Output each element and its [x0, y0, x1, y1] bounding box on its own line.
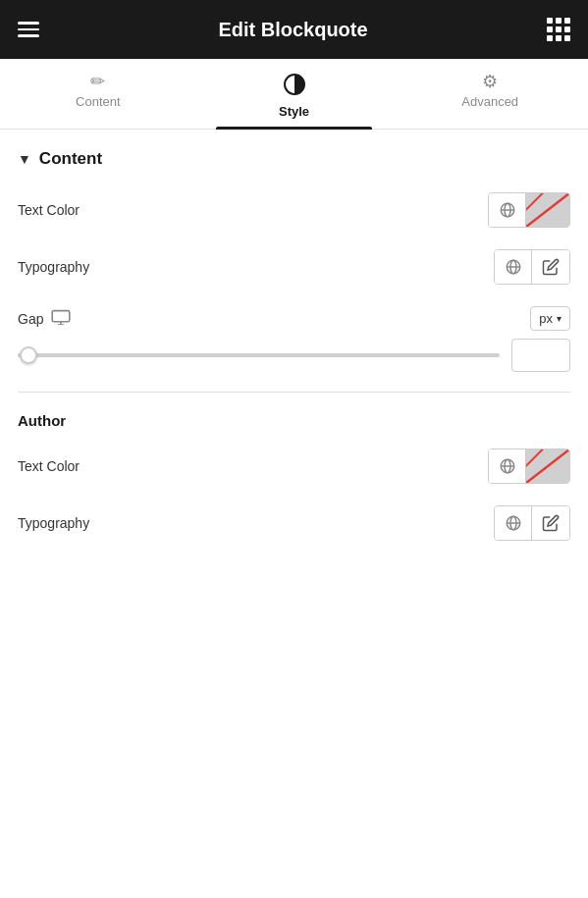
typography-edit-button[interactable] [532, 250, 569, 284]
author-text-color-swatch-button[interactable] [526, 449, 569, 483]
tab-bar: ✏ Content Style ⚙ Advanced [0, 59, 588, 130]
panel-title: Edit Blockquote [218, 19, 367, 41]
gap-row: Gap px ▾ [18, 306, 570, 331]
svg-line-4 [526, 193, 569, 227]
gap-label: Gap [18, 309, 71, 329]
panel-body: ▼ Content Text Color [0, 130, 588, 898]
gap-slider-container [18, 345, 500, 365]
author-text-color-row: Text Color [18, 449, 570, 484]
tab-advanced[interactable]: ⚙ Advanced [392, 59, 588, 129]
svg-rect-8 [53, 310, 71, 321]
gap-slider-row [18, 339, 570, 372]
style-tab-icon [283, 73, 306, 100]
tab-style[interactable]: Style [196, 59, 393, 129]
tab-advanced-label: Advanced [461, 94, 518, 109]
content-tab-icon: ✏ [90, 73, 105, 90]
section-divider [18, 392, 570, 393]
monitor-icon [51, 309, 71, 329]
author-typography-label: Typography [18, 515, 89, 531]
author-text-color-label: Text Color [18, 458, 80, 474]
author-text-color-control [488, 449, 570, 484]
content-section-header: ▼ Content [18, 149, 570, 169]
advanced-tab-icon: ⚙ [482, 73, 498, 90]
text-color-global-button[interactable] [489, 193, 526, 227]
text-color-swatch-button[interactable] [526, 193, 569, 227]
gap-unit-label: px [539, 311, 553, 326]
text-color-control [488, 192, 570, 228]
collapse-arrow-icon[interactable]: ▼ [18, 151, 31, 167]
gap-input[interactable] [511, 339, 570, 372]
panel-header: Edit Blockquote [0, 0, 588, 59]
tab-content-label: Content [76, 94, 121, 109]
typography-row: Typography [18, 249, 570, 285]
typography-control [494, 249, 570, 285]
author-section-title: Author [18, 412, 570, 429]
tab-style-label: Style [279, 104, 309, 119]
text-color-label: Text Color [18, 202, 80, 218]
author-typography-row: Typography [18, 505, 570, 541]
gap-unit-chevron-icon: ▾ [557, 313, 561, 324]
author-typography-control [494, 505, 570, 541]
tab-content[interactable]: ✏ Content [0, 59, 196, 129]
text-color-row: Text Color [18, 192, 570, 228]
menu-icon[interactable] [18, 22, 39, 37]
content-section-title: Content [39, 149, 102, 169]
typography-global-button[interactable] [495, 250, 532, 284]
author-typography-edit-button[interactable] [532, 506, 569, 540]
gap-slider-thumb[interactable] [20, 346, 37, 364]
typography-label: Typography [18, 259, 89, 275]
edit-blockquote-panel: Edit Blockquote ✏ Content Style ⚙ Advanc… [0, 0, 588, 898]
author-typography-global-button[interactable] [495, 506, 532, 540]
gap-slider-track [18, 353, 500, 357]
author-text-color-global-button[interactable] [489, 449, 526, 483]
apps-icon[interactable] [547, 18, 570, 41]
gap-unit-selector[interactable]: px ▾ [530, 306, 570, 331]
svg-line-14 [526, 449, 569, 483]
